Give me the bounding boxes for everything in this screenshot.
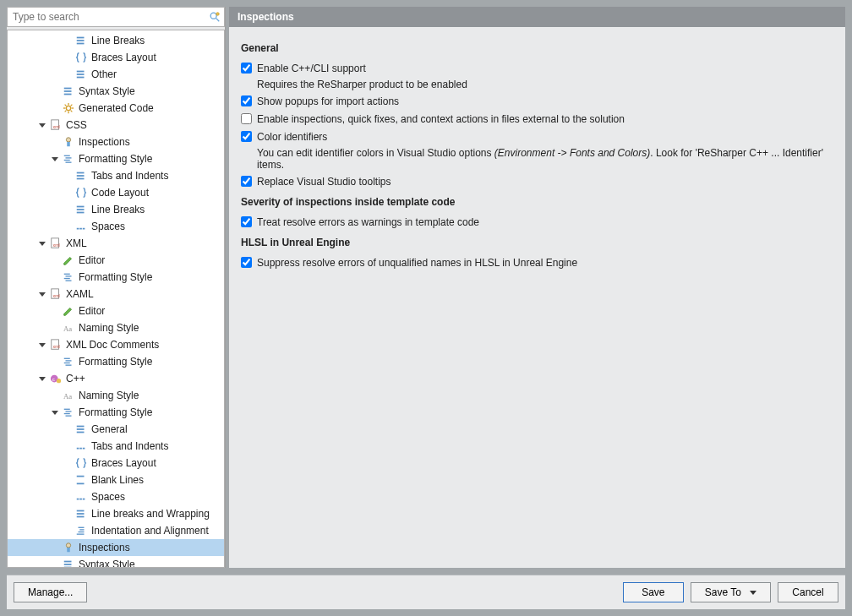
tree-item[interactable]: xmlXML Doc Comments — [8, 336, 224, 353]
option-row: Show popups for import actions — [241, 94, 833, 109]
option-checkbox[interactable] — [241, 176, 252, 187]
tree-item[interactable]: AaNaming Style — [8, 387, 224, 404]
braces-icon — [74, 186, 88, 199]
tree-item[interactable]: cC++ — [8, 370, 224, 387]
tree-item[interactable]: Code Layout — [8, 184, 224, 201]
tree-item[interactable]: Blank Lines — [8, 472, 224, 488]
tree-item[interactable]: Spaces — [8, 488, 224, 505]
panel-title: Inspections — [229, 7, 845, 27]
expander-spacer — [49, 254, 61, 266]
svg-point-55 — [57, 379, 61, 383]
svg-text:Aa: Aa — [63, 324, 72, 333]
tree-item-label: Blank Lines — [91, 474, 144, 486]
chevron-down-icon — [750, 591, 756, 595]
tree-item[interactable]: General — [8, 421, 224, 438]
tree-item[interactable]: Tabs and Indents — [8, 438, 224, 455]
option-checkbox[interactable] — [241, 95, 252, 106]
option-checkbox[interactable] — [241, 131, 252, 142]
option-label: Treat resolve errors as warnings in temp… — [257, 215, 479, 230]
svg-rect-52 — [66, 365, 72, 366]
tree-item[interactable]: Inspections — [8, 134, 224, 150]
expander-spacer — [49, 136, 61, 148]
search-container — [7, 7, 225, 27]
svg-rect-6 — [77, 71, 85, 73]
tree-item[interactable]: xmlCSS — [8, 117, 224, 134]
option-label: Suppress resolve errors of unqualified n… — [257, 255, 577, 270]
spaces-icon — [74, 439, 88, 453]
svg-line-18 — [71, 111, 73, 112]
tree-item-label: Generated Code — [79, 102, 154, 114]
tree-item[interactable]: Line Breaks — [8, 201, 224, 218]
tree-item-label: Spaces — [91, 221, 125, 232]
tree-item[interactable]: Editor — [8, 252, 224, 269]
chevron-down-icon[interactable] — [49, 406, 61, 418]
list-icon — [74, 507, 88, 521]
tree-item[interactable]: Formatting Style — [8, 353, 224, 370]
option-checkbox[interactable] — [241, 113, 252, 124]
search-icon[interactable] — [205, 8, 224, 26]
save-to-button[interactable]: Save To — [691, 582, 771, 602]
tree-item-label: Formatting Style — [79, 406, 152, 418]
tree-item[interactable]: AaNaming Style — [8, 319, 224, 336]
tree-item[interactable]: Syntax Style — [8, 556, 224, 568]
chevron-down-icon[interactable] — [49, 153, 61, 165]
expander-spacer — [49, 390, 61, 401]
expander-spacer — [62, 187, 74, 199]
tree-item[interactable]: Formatting Style — [8, 150, 224, 167]
option-row: Enable C++/CLI support — [241, 61, 833, 76]
chevron-down-icon[interactable] — [36, 373, 48, 384]
tree-item[interactable]: Formatting Style — [8, 269, 224, 286]
svg-rect-71 — [83, 499, 85, 500]
tree-item[interactable]: Indentation and Alignment — [8, 522, 224, 539]
chevron-down-icon[interactable] — [36, 119, 48, 131]
tree-item[interactable]: Inspections — [8, 539, 224, 556]
tree-item[interactable]: Line Breaks — [8, 32, 224, 49]
svg-rect-9 — [64, 88, 72, 90]
tree-item[interactable]: xmlXML — [8, 235, 224, 252]
content-area: General Enable C++/CLI supportRequires t… — [229, 27, 845, 568]
tree-item-label: Tabs and Indents — [91, 440, 168, 452]
tree-item[interactable]: Editor — [8, 303, 224, 319]
braces-icon — [74, 51, 88, 64]
option-checkbox[interactable] — [241, 216, 252, 227]
tree-item[interactable]: Formatting Style — [8, 404, 224, 421]
aa-icon: Aa — [62, 321, 75, 335]
svg-rect-11 — [64, 94, 72, 95]
chevron-down-icon[interactable] — [36, 339, 48, 351]
expander-spacer — [62, 508, 74, 520]
tree-item[interactable]: Syntax Style — [8, 83, 224, 100]
option-checkbox[interactable] — [241, 257, 252, 268]
chevron-down-icon[interactable] — [36, 237, 48, 249]
list-icon — [74, 169, 88, 183]
tree-item[interactable]: Braces Layout — [8, 49, 224, 66]
tree-item-label: Syntax Style — [79, 85, 135, 97]
save-button[interactable]: Save — [623, 582, 684, 602]
tree-item-label: General — [91, 423, 128, 435]
svg-rect-31 — [77, 178, 85, 180]
list-icon — [74, 203, 88, 216]
section-general-title: General — [241, 42, 833, 54]
tree-item[interactable]: Generated Code — [8, 100, 224, 117]
list-icon — [62, 84, 75, 98]
cancel-button[interactable]: Cancel — [778, 582, 838, 602]
tree-item[interactable]: Tabs and Indents — [8, 167, 224, 184]
tree-item[interactable]: Braces Layout — [8, 455, 224, 472]
manage-button[interactable]: Manage... — [14, 582, 87, 602]
tree-item[interactable]: Line breaks and Wrapping — [8, 505, 224, 522]
tree-scroll[interactable]: Line BreaksBraces LayoutOtherSyntax Styl… — [7, 30, 225, 568]
tree-item[interactable]: Spaces — [8, 218, 224, 235]
chevron-down-icon[interactable] — [36, 288, 48, 300]
tree-item-label: Other — [91, 68, 117, 80]
option-label: Show popups for import actions — [257, 94, 399, 109]
svg-rect-70 — [79, 499, 82, 500]
svg-rect-7 — [77, 74, 85, 75]
tree-item[interactable]: Other — [8, 66, 224, 83]
tree-item[interactable]: xmlXAML — [8, 286, 224, 303]
svg-text:xml: xml — [53, 243, 60, 248]
search-input[interactable] — [8, 8, 205, 26]
xml-icon: xml — [49, 237, 63, 250]
option-row: Suppress resolve errors of unqualified n… — [241, 255, 833, 270]
svg-rect-49 — [64, 358, 70, 359]
spaces-icon — [74, 490, 88, 504]
option-checkbox[interactable] — [241, 63, 252, 74]
